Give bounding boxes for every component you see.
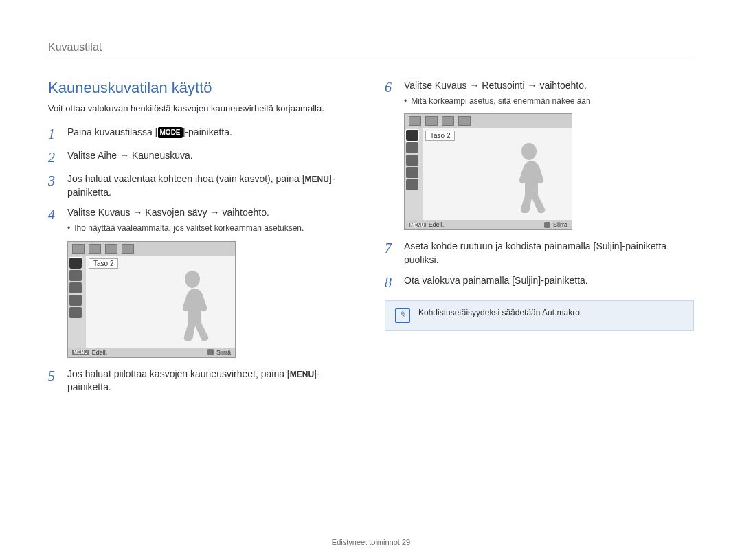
step-4-note: Iho näyttää vaaleammalta, jos valitset k… <box>67 223 357 234</box>
retouch-level-icon <box>442 116 454 126</box>
tone-icon <box>69 258 82 269</box>
step-6-note: Mitä korkeampi asetus, sitä enemmän näke… <box>404 96 694 107</box>
menu-icon: MENU <box>72 350 89 355</box>
navigate-icon <box>544 222 550 228</box>
grid-icon <box>406 167 418 178</box>
lcd-topbar <box>405 114 572 128</box>
step-2-text: Valitse Aihe → Kauneuskuva. <box>67 149 357 163</box>
mic-off-icon <box>69 307 82 318</box>
step-4-text: Valitse Kuvaus → Kasvojen sävy → vaihtoe… <box>67 206 357 234</box>
step-number: 3 <box>48 172 59 189</box>
lcd-sidebar <box>405 128 423 220</box>
step-5-text: Jos haluat piilottaa kasvojen kauneusvir… <box>67 368 357 394</box>
step-number: 4 <box>48 206 59 223</box>
menu-icon: MENU <box>409 223 426 227</box>
face-level-icon <box>72 244 85 254</box>
mic-off-icon <box>406 179 418 190</box>
step-number: 2 <box>48 149 59 166</box>
note-icon: ✎ <box>395 308 410 323</box>
menu-badge: MENU <box>305 175 329 184</box>
lcd-bottombar: MENUEdell. Siirrä <box>68 348 235 357</box>
retouch-level-icon <box>425 116 438 126</box>
section-title: Kauneuskuvatilan käyttö <box>48 79 357 97</box>
metering-icon <box>69 282 82 293</box>
mode-badge: MODE <box>158 127 183 138</box>
focus-icon <box>406 142 418 153</box>
step-6-text: Valitse Kuvaus → Retusointi → vaihtoehto… <box>404 79 694 107</box>
grid-icon <box>69 295 82 306</box>
person-silhouette-icon <box>165 265 220 348</box>
tip-text: Kohdistusetäisyydeksi säädetään Aut.makr… <box>418 308 582 317</box>
tip-callout: ✎ Kohdistusetäisyydeksi säädetään Aut.ma… <box>385 300 694 331</box>
face-level-icon <box>122 244 134 254</box>
lcd-sidebar <box>68 256 86 348</box>
intro-text: Voit ottaa valokuvan henkilöstä kasvojen… <box>48 102 357 115</box>
retouch-level-icon <box>409 116 421 126</box>
step-number: 5 <box>48 368 59 384</box>
face-level-icon <box>105 244 117 254</box>
retouch-level-icon <box>458 116 471 126</box>
step-3-text: Jos haluat vaalentaa kohteen ihoa (vain … <box>67 172 357 199</box>
step-1-text: Paina kuvaustilassa [MODE]-painiketta. <box>67 126 357 139</box>
level-label: Taso 2 <box>89 258 118 269</box>
lcd-bottombar: MENUEdell. Siirrä <box>405 220 572 229</box>
camera-lcd-preview: Taso 2 MENUEdell. Siirrä <box>404 113 572 230</box>
level-label: Taso 2 <box>425 131 455 141</box>
step-7-text: Aseta kohde ruutuun ja kohdista painamal… <box>404 240 694 267</box>
step-8-text: Ota valokuva painamalla [Suljin]-painike… <box>404 274 694 288</box>
step-number: 8 <box>385 274 396 291</box>
menu-badge: MENU <box>290 370 314 379</box>
focus-icon <box>69 270 82 281</box>
camera-lcd-preview: Taso 2 MENUEdell. Siirrä <box>67 241 236 358</box>
navigate-icon <box>207 349 214 355</box>
lcd-topbar <box>68 242 235 256</box>
step-number: 7 <box>385 240 396 256</box>
retouch-icon <box>406 130 418 141</box>
face-level-icon <box>89 244 101 254</box>
page-footer: Edistyneet toiminnot 29 <box>0 538 742 546</box>
step-number: 1 <box>48 126 59 142</box>
metering-icon <box>406 155 418 166</box>
breadcrumb: Kuvaustilat <box>48 41 694 58</box>
person-silhouette-icon <box>502 137 556 220</box>
step-number: 6 <box>385 79 396 96</box>
